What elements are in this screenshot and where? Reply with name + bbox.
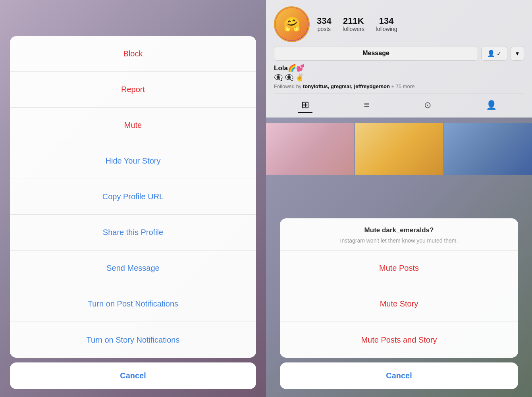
follow-status-button[interactable]: 👤 ✓ [481, 46, 507, 61]
photo-1 [266, 123, 354, 175]
mute-dialog-header: Mute dark_emeralds? Instagram won't let … [280, 218, 518, 251]
action-story-notifications[interactable]: Turn on Story Notifications [10, 322, 256, 358]
person-check-icon: 👤 [487, 50, 495, 57]
action-post-notifications[interactable]: Turn on Post Notifications [10, 286, 256, 322]
action-report[interactable]: Report [10, 72, 256, 108]
stat-following: 134 following [376, 16, 397, 32]
action-copy-url[interactable]: Copy Profile URL [10, 179, 256, 215]
action-send-message[interactable]: Send Message [10, 251, 256, 286]
action-block[interactable]: Block [10, 36, 256, 72]
profile-name: Lola🌈💕 [274, 64, 524, 72]
person-tag-icon: 👤 [486, 100, 497, 110]
mute-dialog-title: Mute dark_emeralds? [288, 226, 510, 234]
action-mute[interactable]: Mute [10, 108, 256, 143]
mute-dialog-subtitle: Instagram won't let them know you muted … [288, 237, 510, 244]
mute-dialog: Mute dark_emeralds? Instagram won't let … [280, 218, 518, 358]
avatar-image: 🤗 [276, 8, 308, 40]
right-panel: 🤗 334 posts 211K followers 134 following [266, 0, 532, 397]
left-panel: Block Report Mute Hide Your Story Copy P… [0, 0, 266, 397]
mute-cancel-sheet: Cancel [280, 362, 518, 389]
dropdown-button[interactable]: ▾ [511, 46, 524, 61]
mute-posts-and-story-button[interactable]: Mute Posts and Story [280, 322, 518, 358]
message-button[interactable]: Message [274, 46, 478, 61]
photo-3 [444, 123, 532, 175]
cancel-button-left[interactable]: Cancel [10, 362, 256, 389]
photo-2 [355, 123, 443, 175]
followed-by: Followed by tonyloftus, gregmar, jeffrey… [274, 83, 524, 89]
photos-row [266, 123, 532, 175]
star-icon: ⊙ [424, 100, 431, 110]
action-sheet-left: Block Report Mute Hide Your Story Copy P… [10, 36, 256, 358]
chevron-down-icon: ▾ [516, 50, 519, 57]
profile-actions: Message 👤 ✓ ▾ [274, 46, 524, 61]
profile-emojis: 👁‍🗨 👁‍🗨 ✌️ [274, 73, 524, 82]
stat-followers: 211K followers [343, 16, 364, 32]
stat-posts: 334 posts [317, 16, 332, 32]
cancel-sheet-left: Cancel [10, 362, 256, 389]
tab-grid[interactable]: ⊞ [298, 98, 312, 113]
action-hide-story[interactable]: Hide Your Story [10, 143, 256, 179]
action-share-profile[interactable]: Share this Profile [10, 215, 256, 251]
mute-story-button[interactable]: Mute Story [280, 286, 518, 322]
profile-tabs: ⊞ ≡ ⊙ 👤 [274, 93, 524, 113]
mute-posts-button[interactable]: Mute Posts [280, 251, 518, 286]
tab-list[interactable]: ≡ [361, 98, 373, 113]
tab-saved[interactable]: ⊙ [421, 98, 434, 113]
profile-top-row: 🤗 334 posts 211K followers 134 following [274, 6, 524, 42]
profile-stats: 334 posts 211K followers 134 following [317, 16, 524, 32]
profile-header: 🤗 334 posts 211K followers 134 following [266, 0, 532, 118]
cancel-button-right[interactable]: Cancel [280, 362, 518, 389]
tab-tagged[interactable]: 👤 [483, 98, 500, 113]
avatar: 🤗 [274, 6, 310, 42]
